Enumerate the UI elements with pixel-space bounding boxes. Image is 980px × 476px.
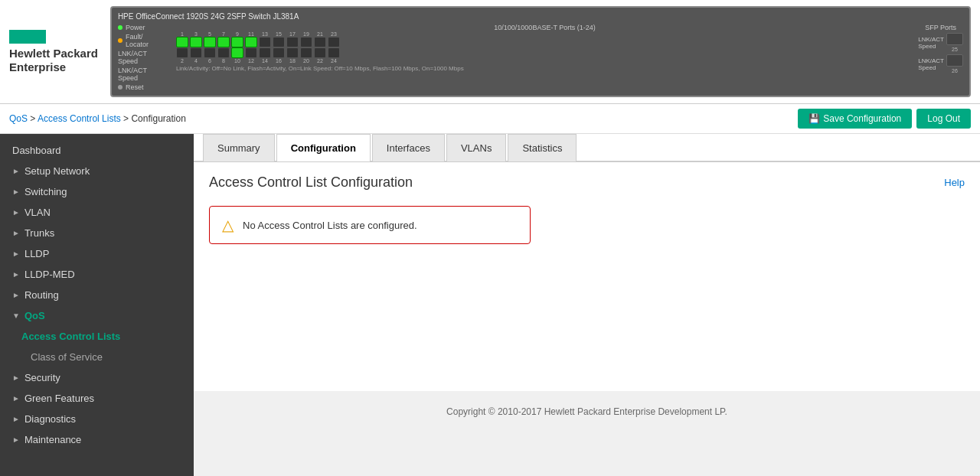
sfp-port-26	[946, 54, 963, 67]
tabs: Summary Configuration Interfaces VLANs S…	[194, 134, 980, 161]
port-19	[300, 37, 312, 47]
ports-main-section: 10/100/1000BASE-T Ports (1-24) 1 3 5 7 9…	[176, 24, 913, 72]
switch-title: HPE OfficeConnect 1920S 24G 2SFP Switch …	[118, 12, 963, 21]
lnkact1-row: LNK/ACTSpeed	[118, 50, 172, 65]
port-21	[314, 37, 326, 47]
sidebar-label-cos: Class of Service	[31, 351, 103, 363]
save-configuration-button[interactable]: 💾 Save Configuration	[798, 109, 912, 129]
port-18	[286, 47, 299, 58]
sidebar-label-maintenance: Maintenance	[24, 434, 81, 445]
arrow-maintenance: ►	[12, 435, 20, 444]
panel-title: Access Control List Configuration	[209, 174, 413, 191]
arrow-green: ►	[12, 394, 20, 403]
sidebar-label-vlan: VLAN	[24, 207, 51, 218]
switch-ports-area: Power Fault/Locator LNK/ACTSpeed LNK/ACT…	[118, 24, 963, 91]
sidebar-item-lldp[interactable]: ► LLDP	[0, 243, 194, 264]
arrow-qos: ▼	[12, 311, 20, 320]
sidebar-item-routing[interactable]: ► Routing	[0, 285, 194, 305]
sidebar-item-vlan[interactable]: ► VLAN	[0, 202, 194, 223]
bottom-port-numbers: 2 4 6 8 10 12 14 16 18 20 22 24	[176, 58, 913, 64]
lnkact2-row: LNK/ACTSpeed	[118, 67, 172, 82]
top-ports-row	[176, 37, 913, 47]
reset-led	[118, 85, 122, 90]
sidebar-item-qos[interactable]: ▼ QoS	[0, 305, 194, 326]
port-6	[204, 47, 216, 58]
port-2	[176, 47, 188, 58]
sidebar-item-green-features[interactable]: ► Green Features	[0, 388, 194, 409]
sidebar-item-access-control-lists[interactable]: Access Control Lists	[0, 326, 194, 347]
sidebar-item-security[interactable]: ► Security	[0, 367, 194, 388]
port-15	[273, 37, 285, 47]
sidebar-label-dashboard: Dashboard	[12, 145, 61, 156]
port-22	[314, 47, 326, 58]
help-link[interactable]: Help	[944, 177, 965, 188]
sidebar-label-security: Security	[24, 372, 60, 383]
breadcrumb-bar: QoS > Access Control Lists > Configurati…	[0, 104, 980, 134]
port-14	[259, 47, 271, 58]
breadcrumb-current: Configuration	[131, 113, 185, 124]
logo-area: Hewlett Packard Enterprise	[9, 30, 98, 74]
switch-indicators: Power Fault/Locator LNK/ACTSpeed LNK/ACT…	[118, 24, 172, 91]
bottom-ports-row	[176, 47, 913, 58]
switch-diagram: HPE OfficeConnect 1920S 24G 2SFP Switch …	[110, 6, 971, 97]
main-layout: Dashboard ► Setup Network ► Switching ► …	[0, 134, 980, 476]
copyright-text: Copyright © 2010-2017 Hewlett Packard En…	[446, 406, 727, 417]
sidebar-item-class-of-service[interactable]: Class of Service	[0, 347, 194, 367]
sidebar-label-qos: QoS	[24, 310, 45, 321]
sidebar-item-diagnostics[interactable]: ► Diagnostics	[0, 409, 194, 429]
arrow-switching: ►	[12, 187, 20, 196]
breadcrumb-qos[interactable]: QoS	[9, 113, 28, 124]
port-4	[190, 47, 202, 58]
sidebar-label-acl: Access Control Lists	[21, 331, 120, 342]
sfp-section: SFP Ports LNK/ACTSpeed 25 LNK/ACTSpeed	[918, 24, 963, 73]
port-13	[259, 37, 271, 47]
sfp-label: SFP Ports	[925, 24, 956, 31]
tab-vlans[interactable]: VLANs	[446, 134, 506, 161]
logout-button[interactable]: Log Out	[916, 109, 971, 129]
port-24	[328, 47, 340, 58]
brand-line2: Enterprise	[9, 60, 98, 74]
sidebar: Dashboard ► Setup Network ► Switching ► …	[0, 134, 194, 476]
tab-statistics[interactable]: Statistics	[508, 134, 577, 161]
sidebar-item-dashboard[interactable]: Dashboard	[0, 140, 194, 161]
arrow-vlan: ►	[12, 208, 20, 217]
hpe-logo-bar	[9, 30, 46, 44]
content-area: Summary Configuration Interfaces VLANs S…	[194, 134, 980, 476]
footer: Copyright © 2010-2017 Hewlett Packard En…	[194, 391, 980, 432]
sidebar-label-lldp: LLDP	[24, 248, 50, 259]
port-11	[245, 37, 257, 47]
panel-title-row: Access Control List Configuration Help	[209, 174, 965, 191]
sidebar-item-trunks[interactable]: ► Trunks	[0, 223, 194, 243]
sidebar-item-setup-network[interactable]: ► Setup Network	[0, 161, 194, 181]
arrow-diagnostics: ►	[12, 415, 20, 423]
port-7	[217, 37, 230, 47]
sidebar-label-lldp-med: LLDP-MED	[24, 269, 75, 280]
header-buttons: 💾 Save Configuration Log Out	[798, 109, 971, 129]
top-port-numbers: 1 3 5 7 9 11 13 15 17 19 21 23	[176, 31, 913, 37]
save-label: Save Configuration	[823, 113, 901, 124]
breadcrumb: QoS > Access Control Lists > Configurati…	[9, 113, 186, 124]
breadcrumb-acl[interactable]: Access Control Lists	[38, 113, 121, 124]
save-icon: 💾	[808, 113, 820, 124]
port-12	[245, 47, 257, 58]
arrow-setup: ►	[12, 167, 20, 175]
brand-name: Hewlett Packard Enterprise	[9, 47, 98, 74]
power-row: Power	[118, 24, 172, 31]
warning-box: △ No Access Control Lists are configured…	[209, 206, 531, 244]
port-9	[231, 37, 243, 47]
tab-interfaces[interactable]: Interfaces	[372, 134, 445, 161]
tab-summary[interactable]: Summary	[203, 134, 275, 161]
port-23	[328, 37, 340, 47]
sidebar-label-routing: Routing	[24, 289, 59, 301]
switch-legend: Link/Activity: Off=No Link, Flash=Activi…	[176, 65, 913, 72]
sidebar-item-lldp-med[interactable]: ► LLDP-MED	[0, 264, 194, 285]
sidebar-item-switching[interactable]: ► Switching	[0, 181, 194, 202]
fault-row: Fault/Locator	[118, 33, 172, 48]
tab-configuration[interactable]: Configuration	[276, 134, 371, 161]
brand-line1: Hewlett Packard	[9, 47, 98, 60]
reset-row: Reset	[118, 83, 172, 91]
arrow-security: ►	[12, 373, 20, 382]
sidebar-label-switching: Switching	[24, 186, 67, 197]
sidebar-item-maintenance[interactable]: ► Maintenance	[0, 429, 194, 450]
arrow-lldp-med: ►	[12, 270, 20, 279]
